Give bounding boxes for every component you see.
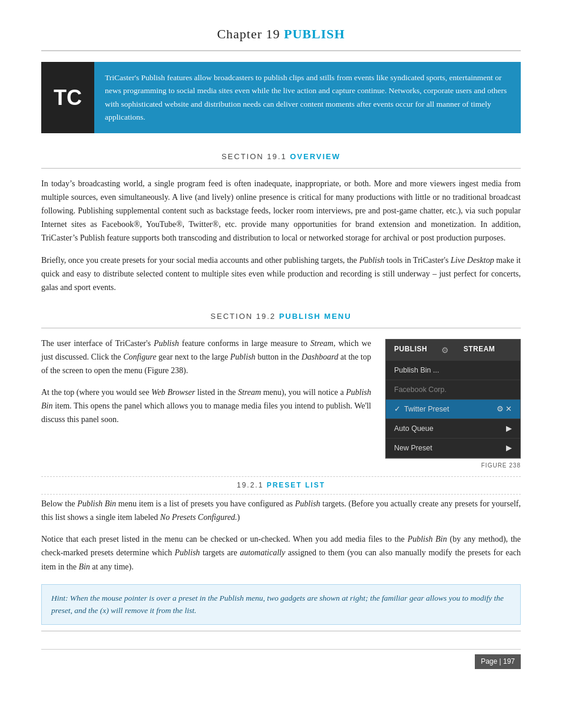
- section-2-divider: [41, 328, 521, 328]
- menu-tab-stream: STREAM: [455, 340, 504, 361]
- twitter-label: Twitter Preset: [404, 403, 449, 415]
- section-1-header: SECTION 19.1 OVERVIEW: [41, 151, 521, 163]
- section-2-header: SECTION 19.2 PUBLISH MENU: [41, 311, 521, 323]
- two-col-layout: The user interface of TriCaster's Publis…: [41, 337, 521, 470]
- section-1-divider: [41, 168, 521, 169]
- newpreset-label: New Preset: [394, 442, 432, 454]
- autoqueue-arrow: ▶: [506, 423, 512, 434]
- section-2-text: The user interface of TriCaster's Publis…: [41, 337, 371, 435]
- menu-item-facebook: Facebook Corp.: [386, 380, 520, 400]
- section-2-para-1: The user interface of TriCaster's Publis…: [41, 337, 371, 377]
- chapter-prefix: Chapter 19: [217, 27, 284, 41]
- hint-text: Hint: When the mouse pointer is over a p…: [51, 594, 504, 615]
- section-1-para-1: In today’s broadcasting world, a single …: [41, 177, 521, 245]
- menu-item-newpreset: New Preset ▶: [386, 439, 520, 458]
- tc-logo: TC: [41, 62, 94, 133]
- intro-text: TriCaster's Publish features allow broad…: [94, 62, 521, 133]
- hint-box: Hint: When the mouse pointer is over a p…: [41, 584, 521, 625]
- page-number: Page | 197: [475, 654, 521, 669]
- twitter-checkmark: ✓: [394, 403, 401, 415]
- subsection-preset-list: 19.2.1 PRESET LIST: [41, 476, 521, 495]
- figure-238-label: FIGURE 238: [385, 461, 521, 470]
- menu-tab-gear: ⚙: [435, 340, 455, 361]
- menu-item-autoqueue: Auto Queue ▶: [386, 419, 520, 439]
- chapter-title: PUBLISH: [284, 27, 345, 41]
- chapter-header: Chapter 19 PUBLISH: [41, 24, 521, 51]
- section-2-para-2: At the top (where you would see Web Brow…: [41, 386, 371, 426]
- preset-list-para-2: Notice that each preset listed in the me…: [41, 532, 521, 573]
- newpreset-arrow: ▶: [506, 442, 512, 454]
- section-1-title: OVERVIEW: [290, 152, 340, 161]
- autoqueue-label: Auto Queue: [394, 423, 434, 434]
- twitter-icons: ⚙ ✕: [497, 403, 512, 415]
- subsection-title: PRESET LIST: [267, 481, 325, 489]
- menu-item-twitter: ✓ Twitter Preset ⚙ ✕: [386, 400, 520, 419]
- section-1-label: SECTION 19.1: [222, 152, 290, 161]
- footer-divider: [41, 631, 521, 631]
- page-footer: Page | 197: [41, 649, 521, 669]
- menu-tab-publish: PUBLISH: [386, 340, 435, 361]
- section-2-label: SECTION 19.2: [210, 312, 279, 321]
- menu-screenshot-container: PUBLISH ⚙ STREAM Publish Bin ... Faceboo…: [385, 339, 521, 470]
- menu-top-bar: PUBLISH ⚙ STREAM: [386, 340, 520, 361]
- subsection-label: 19.2.1: [237, 481, 267, 489]
- intro-box: TC TriCaster's Publish features allow br…: [41, 62, 521, 133]
- menu-item-publish-bin: Publish Bin ...: [386, 361, 520, 380]
- section-2-title: PUBLISH MENU: [279, 312, 352, 321]
- section-1-para-2: Briefly, once you create presets for you…: [41, 253, 521, 294]
- preset-list-para-1: Below the Publish Bin menu item is a lis…: [41, 497, 521, 524]
- publish-menu-screenshot: PUBLISH ⚙ STREAM Publish Bin ... Faceboo…: [385, 339, 521, 459]
